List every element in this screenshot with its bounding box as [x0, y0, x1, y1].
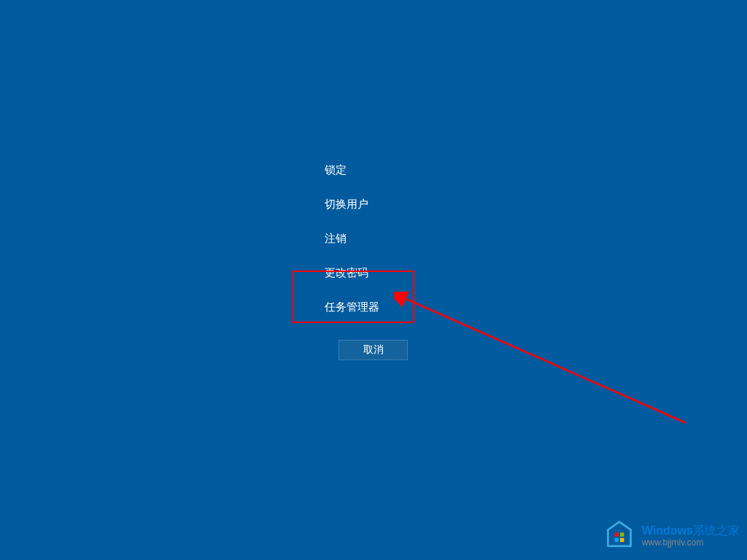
- menu-item-switch-user[interactable]: 切换用户: [325, 187, 379, 222]
- menu-item-sign-out[interactable]: 注销: [325, 222, 379, 256]
- svg-rect-4: [614, 538, 619, 542]
- menu-item-task-manager[interactable]: 任务管理器: [325, 290, 379, 324]
- svg-rect-5: [620, 538, 624, 542]
- cancel-button[interactable]: 取消: [338, 340, 408, 360]
- menu-item-lock[interactable]: 锁定: [325, 153, 379, 187]
- svg-line-1: [403, 298, 686, 423]
- watermark-title: 系统之家: [693, 524, 740, 537]
- watermark-text: Windows系统之家 www.bjjmlv.com: [642, 524, 740, 548]
- watermark-brand: Windows: [642, 524, 693, 537]
- watermark-url: www.bjjmlv.com: [642, 537, 740, 548]
- svg-rect-2: [614, 532, 619, 537]
- annotation-arrow: [394, 292, 700, 438]
- menu-item-change-password[interactable]: 更改密码: [325, 256, 379, 290]
- watermark: Windows系统之家 www.bjjmlv.com: [603, 519, 740, 553]
- watermark-logo-icon: [603, 519, 636, 553]
- security-options-menu: 锁定 切换用户 注销 更改密码 任务管理器: [325, 153, 379, 324]
- svg-rect-3: [620, 532, 624, 537]
